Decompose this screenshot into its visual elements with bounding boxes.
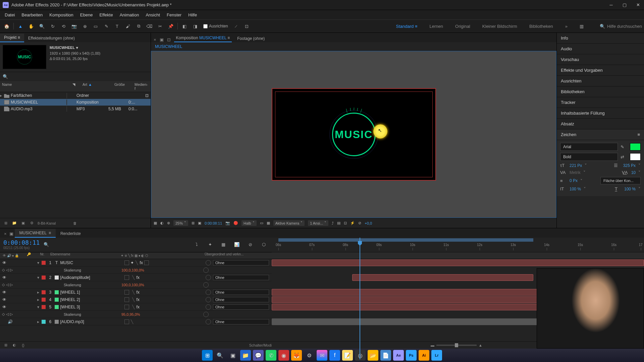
rotate-tool[interactable]: ⟲	[59, 21, 68, 31]
zoom-tool[interactable]: 🔍	[37, 21, 47, 31]
taskbar-facebook[interactable]: f	[329, 350, 340, 361]
layer-name[interactable]: [AUDIO.mp3]	[59, 319, 123, 324]
menu-animation[interactable]: Animation	[116, 11, 143, 19]
layer-name[interactable]: [WHEEL 2]	[59, 297, 123, 302]
eye-toggle[interactable]: 👁	[2, 275, 7, 280]
mask-tool-1[interactable]: ◧	[180, 21, 189, 31]
panel-menu-icon[interactable]: ≡	[637, 132, 640, 137]
parent-pickwhip[interactable]	[206, 304, 211, 310]
taskbar-ps[interactable]: Ps	[406, 350, 417, 361]
panel-fuellung[interactable]: Inhaltsbasierte Füllung	[557, 108, 644, 119]
workspace-standard[interactable]: Standard ≡	[393, 22, 420, 30]
layer-twirl[interactable]: ▸	[35, 319, 42, 324]
tl-mblur-button[interactable]: ⊘	[246, 240, 255, 249]
tracking-value[interactable]: 10	[631, 170, 636, 175]
project-row-audio[interactable]: AUDIO.mp3 MP3 5,5 MB 0:0...	[0, 106, 151, 112]
taskbar-teams[interactable]: 💬	[253, 350, 264, 361]
layer-twirl[interactable]: ▸	[35, 297, 42, 302]
layer-row-6[interactable]: 🔊 ▸ 6 [AUDIO.mp3] ╲ Ohne	[0, 318, 272, 325]
tab-effekteinstellungen[interactable]: Effekteinstellungen (ohne)	[24, 34, 79, 42]
layer-label[interactable]	[42, 298, 46, 302]
fill-color-swatch[interactable]	[630, 143, 641, 150]
project-row-folder[interactable]: ▸ Farbflächen Ordner ⊡	[0, 92, 151, 99]
workspace-lernen[interactable]: Lernen	[427, 22, 446, 30]
layer-row-2[interactable]: 👁 ▾ 2 [Audioamplitude] ╲fx Ohne	[0, 274, 272, 281]
tl-toggle-2[interactable]: ◐	[11, 342, 17, 348]
tab-projekt[interactable]: Projekt ≡	[0, 34, 24, 42]
panel-zeichen[interactable]: Zeichen≡	[557, 129, 644, 140]
tab-footage[interactable]: Footage (ohne)	[235, 35, 267, 42]
prop-pickwhip[interactable]	[203, 312, 209, 317]
maximize-button[interactable]: ▢	[621, 2, 628, 8]
taskbar-notepad[interactable]: 📄	[380, 350, 391, 361]
parent-select[interactable]: Ohne	[213, 275, 269, 280]
layer-label[interactable]	[42, 320, 46, 324]
prop-name[interactable]: Skalierung	[54, 283, 119, 287]
tl-toggle-3[interactable]: {}	[20, 342, 26, 348]
tl-toggle-1[interactable]: ⊞	[3, 342, 9, 348]
taskbar-explorer[interactable]: 📁	[240, 350, 251, 361]
comp-nav-1[interactable]: ▣	[160, 37, 164, 42]
tl-shy-button[interactable]: ⤵	[192, 240, 201, 249]
exposure-value[interactable]: +0,0	[365, 221, 372, 225]
settings-button[interactable]: ⚙	[29, 220, 35, 226]
shape-tool[interactable]: ▭	[91, 21, 100, 31]
eraser-tool[interactable]: ⌫	[145, 21, 154, 31]
menu-bearbeiten[interactable]: Bearbeiten	[18, 11, 46, 19]
tl-3d-button[interactable]: ⬡	[259, 240, 268, 249]
col-nr[interactable]: Nr.	[36, 252, 49, 259]
panel-ausrichten[interactable]: Ausrichten	[557, 76, 644, 86]
zoom-select[interactable]: 25% ˅	[173, 220, 188, 226]
parent-pickwhip[interactable]	[206, 319, 211, 324]
clone-tool[interactable]: ⧉	[134, 21, 143, 31]
workspace-more[interactable]: »	[562, 22, 570, 30]
prop-row-skalierung-1[interactable]: ◇◁▷ Skalierung 100,0,100,0%	[0, 266, 272, 274]
layer-twirl[interactable]: ▾	[35, 305, 42, 309]
comp-breadcrumb[interactable]: MUSICWHEEL	[151, 42, 556, 51]
eye-toggle[interactable]: 👁	[2, 305, 7, 309]
menu-komposition[interactable]: Komposition	[46, 11, 77, 19]
viewer[interactable]: MUSIC	[151, 51, 556, 218]
tl-search-icon[interactable]: 🔍	[44, 242, 49, 247]
comp-name[interactable]: MUSICWHEEL ▾	[50, 45, 100, 51]
vf-fast-button[interactable]: ⚡	[350, 221, 355, 225]
layer-bar-1[interactable]	[272, 259, 644, 266]
parent-pickwhip[interactable]	[206, 275, 211, 280]
panel-effekte[interactable]: Effekte und Vorgaben	[557, 65, 644, 76]
taskbar-obs[interactable]: ◎	[355, 350, 366, 361]
layer-row-4[interactable]: 👁 ▸ 4 [WHEEL 2] ╲fx Ohne	[0, 296, 272, 303]
resolution-select[interactable]: Halb ˅	[241, 220, 257, 226]
tab-komposition[interactable]: Komposition MUSICWHEEL ≡	[174, 34, 232, 42]
workspace-biblio[interactable]: Bibliotheken	[527, 22, 556, 30]
anchor-tool[interactable]: ⊕	[80, 21, 90, 31]
new-comp-button[interactable]: ▣	[20, 220, 26, 226]
panel-absatz[interactable]: Absatz	[557, 119, 644, 129]
switch-box[interactable]	[144, 260, 149, 265]
prop-pickwhip[interactable]	[203, 267, 209, 273]
viewer-timecode[interactable]: 0:00:08:11	[205, 221, 222, 225]
col-name[interactable]: Name	[0, 81, 70, 92]
vf-grid-button[interactable]: ▦	[154, 221, 157, 225]
playhead[interactable]	[360, 238, 360, 359]
swap-icon[interactable]: ⇄	[621, 155, 627, 160]
parent-pickwhip[interactable]	[206, 260, 211, 265]
layer-twirl[interactable]: ▾	[35, 275, 42, 280]
menu-ansicht[interactable]: Ansicht	[142, 11, 163, 19]
menu-hilfe[interactable]: Hilfe	[185, 11, 200, 19]
layer-name[interactable]: [Audioamplitude]	[59, 275, 123, 280]
brush-tool[interactable]: 🖌	[123, 21, 132, 31]
close-button[interactable]: ✕	[635, 2, 641, 8]
vf-roi-button[interactable]: ▭	[260, 221, 263, 225]
prop-pickwhip[interactable]	[203, 282, 209, 288]
roto-tool[interactable]: ✂	[155, 21, 165, 31]
depth-toggle[interactable]: 8-Bit-Kanal	[38, 221, 56, 225]
layer-label[interactable]	[42, 276, 46, 280]
layer-row-3[interactable]: 👁 ▸ 3 [WHEEL 1] ╲fx Ohne	[0, 289, 272, 296]
layer-twirl[interactable]: ▾	[35, 260, 42, 265]
timeline-ruler[interactable]: 06s 07s 08s 09s 10s 11s 12s 13s 14s 15s …	[272, 238, 644, 252]
menu-datei[interactable]: Datei	[1, 11, 18, 19]
leading-value[interactable]: 325 Px	[623, 163, 636, 168]
parent-select[interactable]: Ohne	[213, 297, 269, 302]
vf-transparency-button[interactable]: ▦	[267, 221, 270, 225]
prop-row-skalierung-5[interactable]: ◇◁▷ Skalierung 95,0,95,0%	[0, 311, 272, 318]
